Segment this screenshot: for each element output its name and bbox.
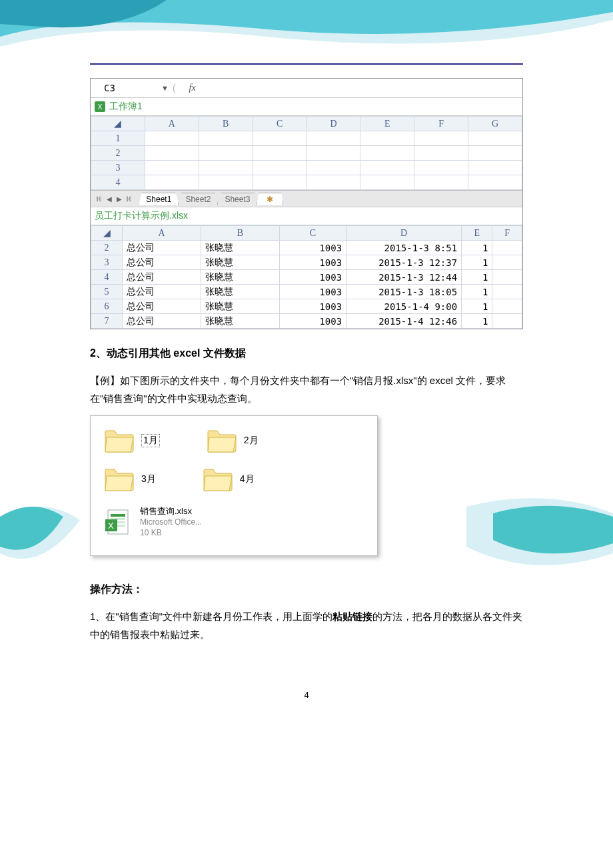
namebox-dropdown-icon[interactable]: ▼	[157, 84, 173, 92]
cell-id[interactable]: 1003	[279, 285, 346, 299]
row-4[interactable]: 4	[91, 175, 145, 190]
tab-sheet3[interactable]: Sheet3	[217, 193, 257, 205]
folder-icon	[104, 467, 135, 492]
cell-flag[interactable]: 1	[462, 285, 492, 299]
col2-E[interactable]: E	[462, 226, 492, 241]
cell-empty[interactable]	[492, 270, 522, 285]
row-1[interactable]: 1	[91, 131, 145, 146]
row-header[interactable]: 2	[91, 241, 123, 255]
cell-datetime[interactable]: 2015-1-4 9:00	[346, 299, 462, 314]
tab-nav-buttons[interactable]: ℍ ◀ ▶ ℍ	[91, 195, 139, 203]
table-row[interactable]: 5总公司张晓慧10032015-1-3 18:051	[91, 285, 522, 299]
cell-datetime[interactable]: 2015-1-3 18:05	[346, 285, 462, 299]
cell-empty[interactable]	[492, 314, 522, 329]
col-C[interactable]: C	[253, 117, 306, 131]
folder-icon	[207, 428, 237, 453]
row-header[interactable]: 5	[91, 285, 123, 299]
cell-id[interactable]: 1003	[279, 241, 346, 255]
col-G[interactable]: G	[468, 117, 522, 131]
table-row[interactable]: 7总公司张晓慧10032015-1-4 12:461	[91, 314, 522, 329]
cell-name[interactable]: 张晓慧	[201, 314, 279, 329]
col2-F[interactable]: F	[492, 226, 522, 241]
folder-2[interactable]: 2月	[207, 428, 259, 453]
file-name: 销售查询.xlsx	[140, 505, 202, 517]
folder-screenshot: 1月 2月 3月 4月	[90, 415, 378, 556]
cell-name[interactable]: 张晓慧	[201, 241, 279, 255]
folder-icon	[104, 428, 135, 453]
tab-sheet1[interactable]: Sheet1	[139, 193, 179, 205]
row-header[interactable]: 3	[91, 255, 123, 270]
cell-datetime[interactable]: 2015-1-4 12:46	[346, 314, 462, 329]
cell-empty[interactable]	[492, 285, 522, 299]
cell-id[interactable]: 1003	[279, 255, 346, 270]
cell-empty[interactable]	[492, 299, 522, 314]
cell-company[interactable]: 总公司	[123, 241, 201, 255]
folder-4-label: 4月	[240, 473, 255, 485]
svg-rect-1	[111, 514, 125, 517]
namebox[interactable]: C3	[91, 83, 157, 93]
col-D[interactable]: D	[306, 117, 360, 131]
workbook1-title: 工作簿1	[109, 101, 143, 113]
col2-A[interactable]: A	[123, 226, 201, 241]
col2-B[interactable]: B	[201, 226, 279, 241]
folder-2-label: 2月	[244, 435, 259, 447]
cell-datetime[interactable]: 2015-1-3 12:44	[346, 270, 462, 285]
excel-screenshot: C3 ▼ ( fx X 工作簿1 ◢ A B C D E F G	[90, 78, 523, 329]
col-F[interactable]: F	[414, 117, 468, 131]
file-item[interactable]: X 销售查询.xlsx Microsoft Office... 10 KB	[104, 505, 364, 538]
cell-empty[interactable]	[492, 255, 522, 270]
cell-company[interactable]: 总公司	[123, 299, 201, 314]
cell-name[interactable]: 张晓慧	[201, 255, 279, 270]
cell-company[interactable]: 总公司	[123, 285, 201, 299]
cell-name[interactable]: 张晓慧	[201, 270, 279, 285]
folder-icon	[203, 467, 233, 492]
cell-flag[interactable]: 1	[462, 314, 492, 329]
col-E[interactable]: E	[360, 117, 414, 131]
select-all-corner-2[interactable]: ◢	[91, 226, 123, 241]
folder-4[interactable]: 4月	[203, 467, 255, 492]
sheet-tabs-row: ℍ ◀ ▶ ℍ Sheet1 Sheet2 Sheet3 ✱	[91, 190, 522, 207]
table-row[interactable]: 2总公司张晓慧10032015-1-3 8:511	[91, 241, 522, 255]
cell-name[interactable]: 张晓慧	[201, 285, 279, 299]
formula-bar-input[interactable]	[209, 81, 522, 95]
row-2[interactable]: 2	[91, 146, 145, 161]
data-sheet-grid[interactable]: ◢ A B C D E F 2总公司张晓慧10032015-1-3 8:5113…	[91, 225, 522, 329]
col2-D[interactable]: D	[346, 226, 462, 241]
cell-flag[interactable]: 1	[462, 270, 492, 285]
folder-3[interactable]: 3月	[104, 467, 156, 492]
cell-flag[interactable]: 1	[462, 241, 492, 255]
header-rule	[90, 63, 523, 65]
cell-empty[interactable]	[492, 241, 522, 255]
fx-icon[interactable]: fx	[176, 83, 209, 93]
folder-1-label: 1月	[141, 434, 160, 447]
cell-company[interactable]: 总公司	[123, 270, 201, 285]
tab-sheet2[interactable]: Sheet2	[178, 193, 218, 205]
cell-datetime[interactable]: 2015-1-3 8:51	[346, 241, 462, 255]
table-row[interactable]: 3总公司张晓慧10032015-1-3 12:371	[91, 255, 522, 270]
table-row[interactable]: 6总公司张晓慧10032015-1-4 9:001	[91, 299, 522, 314]
blank-sheet-grid[interactable]: ◢ A B C D E F G 1 2 3 4	[91, 116, 522, 190]
cell-name[interactable]: 张晓慧	[201, 299, 279, 314]
folder-1[interactable]: 1月	[104, 428, 160, 453]
section-heading-2: 2、动态引用其他 excel 文件数据	[90, 347, 523, 361]
col-B[interactable]: B	[199, 117, 253, 131]
cell-flag[interactable]: 1	[462, 299, 492, 314]
col2-C[interactable]: C	[279, 226, 346, 241]
col-A[interactable]: A	[145, 117, 199, 131]
cell-company[interactable]: 总公司	[123, 314, 201, 329]
row-header[interactable]: 7	[91, 314, 123, 329]
table-row[interactable]: 4总公司张晓慧10032015-1-3 12:441	[91, 270, 522, 285]
cell-id[interactable]: 1003	[279, 299, 346, 314]
method-heading: 操作方法：	[90, 583, 523, 597]
cell-id[interactable]: 1003	[279, 314, 346, 329]
cell-id[interactable]: 1003	[279, 270, 346, 285]
header-decoration	[0, 0, 613, 63]
select-all-corner[interactable]: ◢	[91, 117, 145, 131]
row-header[interactable]: 6	[91, 299, 123, 314]
row-3[interactable]: 3	[91, 161, 145, 175]
cell-flag[interactable]: 1	[462, 255, 492, 270]
row-header[interactable]: 4	[91, 270, 123, 285]
tab-new-icon[interactable]: ✱	[257, 193, 283, 205]
cell-datetime[interactable]: 2015-1-3 12:37	[346, 255, 462, 270]
cell-company[interactable]: 总公司	[123, 255, 201, 270]
